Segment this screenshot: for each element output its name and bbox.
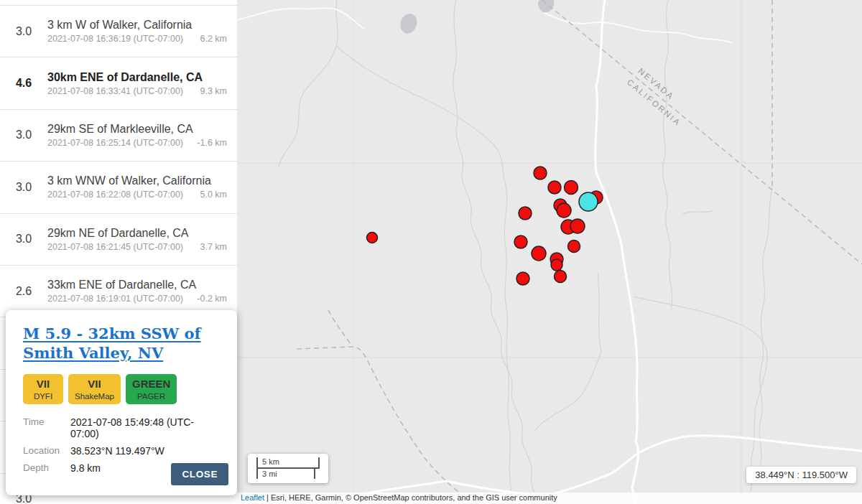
earthquake-marker[interactable]	[516, 272, 529, 285]
list-item[interactable]: 3.0 29km NE of Dardanelle, CA 2021-07-08…	[0, 213, 237, 265]
earthquake-markers-layer	[367, 167, 603, 285]
event-time: 2021-07-08 16:22:08 (UTC-07:00)	[47, 190, 194, 200]
magnitude: 3.0	[0, 181, 47, 194]
location-value: 38.523°N 119.497°W	[70, 445, 164, 457]
event-depth: 3.7 km	[200, 242, 227, 252]
map-basemap: NEVADA CALIFORNIA	[237, 0, 862, 504]
list-item[interactable]: 3.0 3 km WNW of Walker, California 2021-…	[0, 161, 237, 213]
magnitude: 2.6	[0, 285, 47, 298]
earthquake-marker[interactable]	[570, 219, 585, 233]
earthquake-marker[interactable]	[534, 167, 547, 179]
road-line	[237, 8, 365, 29]
river-line	[535, 273, 601, 431]
cursor-coordinates-display: 38.449°N : 119.500°W	[746, 467, 856, 483]
earthquake-marker[interactable]	[568, 241, 580, 253]
scale-miles: 3 mi	[256, 467, 315, 480]
depth-label: Depth	[23, 462, 70, 474]
event-depth: 9.3 km	[200, 86, 227, 96]
event-time: 2021-07-08 16:21:45 (UTC-07:00)	[47, 242, 194, 252]
magnitude: 4.6	[0, 77, 47, 90]
lake-shape	[538, 0, 554, 12]
map-canvas[interactable]: NEVADA CALIFORNIA 5 km 3 mi 38.449°N : 1…	[237, 0, 862, 504]
earthquake-marker[interactable]	[548, 181, 561, 194]
shakemap-intensity: VII	[75, 378, 114, 391]
close-button[interactable]: CLOSE	[171, 463, 228, 485]
pager-label: PAGER	[132, 391, 170, 401]
list-item[interactable]: 3.0 29km SE of Markleeville, CA 2021-07-…	[0, 109, 237, 161]
selected-earthquake-marker[interactable]	[579, 192, 598, 211]
event-depth: -1.6 km	[197, 138, 227, 148]
road-line	[544, 13, 733, 43]
event-depth: 5.0 km	[200, 190, 227, 200]
list-item[interactable]: 2.6 33km ENE of Dardanelle, CA 2021-07-0…	[0, 265, 237, 317]
pager-alert-level: GREEN	[132, 378, 170, 391]
time-value: 2021-07-08 15:49:48 (UTC-07:00)	[70, 416, 220, 439]
list-item[interactable]: 4.6 30km ENE of Dardanelle, CA 2021-07-0…	[0, 57, 237, 108]
event-location: 33km ENE of Dardanelle, CA	[47, 279, 227, 291]
leaflet-link[interactable]: Leaflet	[241, 493, 264, 502]
earthquake-marker[interactable]	[367, 233, 378, 243]
earthquake-marker[interactable]	[555, 271, 567, 283]
event-location: 30km ENE of Dardanelle, CA	[47, 71, 227, 84]
county-boundary-line	[328, 310, 352, 346]
lake-shape	[400, 14, 417, 34]
time-label: Time	[23, 416, 70, 439]
dyfi-label: DYFI	[29, 391, 57, 401]
river-line	[279, 0, 338, 167]
river-line	[453, 0, 537, 504]
event-detail-popup: M 5.9 - 32km SSW of Smith Valley, NV VII…	[6, 310, 237, 495]
magnitude: 3.0	[0, 233, 47, 246]
river-line	[759, 188, 772, 467]
list-item[interactable]: 3.0 3 km W of Walker, California 2021-07…	[0, 5, 237, 57]
event-location: 3 km W of Walker, California	[47, 19, 227, 32]
river-line	[663, 0, 672, 310]
earthquake-marker[interactable]	[565, 181, 578, 195]
attribution-separator: |	[267, 493, 269, 502]
impact-badges: VII DYFI VII ShakeMap GREEN PAGER	[23, 374, 220, 404]
event-time: 2021-07-08 16:36:19 (UTC-07:00)	[47, 34, 194, 44]
map-attribution: Leaflet | Esri, HERE, Garmin, © OpenStre…	[237, 493, 862, 504]
state-boundary-line	[542, 0, 862, 264]
pager-badge[interactable]: GREEN PAGER	[126, 374, 177, 404]
event-time: 2021-07-08 16:25:14 (UTC-07:00)	[47, 138, 191, 148]
event-location: 3 km WNW of Walker, California	[47, 174, 227, 187]
river-line	[634, 297, 767, 492]
river-line	[336, 46, 512, 504]
depth-value: 9.8 km	[70, 462, 101, 474]
dyfi-badge[interactable]: VII DYFI	[23, 374, 63, 404]
earthquake-marker[interactable]	[551, 259, 562, 271]
magnitude: 3.0	[0, 25, 47, 38]
map-scale-control: 5 km 3 mi	[248, 454, 328, 483]
event-depth: -0.2 km	[197, 294, 227, 304]
event-depth: 6.2 km	[200, 34, 227, 44]
river-line	[682, 211, 713, 214]
earthquake-marker[interactable]	[532, 246, 546, 261]
event-title-link[interactable]: M 5.9 - 32km SSW of Smith Valley, NV	[23, 325, 204, 363]
event-time: 2021-07-08 16:33:41 (UTC-07:00)	[47, 86, 194, 96]
earthquake-marker[interactable]	[514, 235, 527, 248]
magnitude: 3.0	[0, 129, 47, 141]
shakemap-badge[interactable]: VII ShakeMap	[68, 374, 121, 404]
event-location: 29km NE of Dardanelle, CA	[47, 227, 227, 240]
earthquake-marker[interactable]	[519, 207, 532, 220]
event-location: 29km SE of Markleeville, CA	[47, 123, 227, 136]
road-line	[595, 0, 639, 504]
location-label: Location	[23, 445, 70, 457]
event-time: 2021-07-08 16:19:01 (UTC-07:00)	[47, 294, 191, 304]
attribution-text: Esri, HERE, Garmin, © OpenStreetMap cont…	[271, 493, 557, 502]
shakemap-label: ShakeMap	[75, 391, 114, 401]
earthquake-marker[interactable]	[557, 203, 571, 218]
dyfi-intensity: VII	[29, 378, 57, 391]
earthquake-map-app: NEVADA CALIFORNIA 5 km 3 mi 38.449°N : 1…	[0, 0, 862, 504]
